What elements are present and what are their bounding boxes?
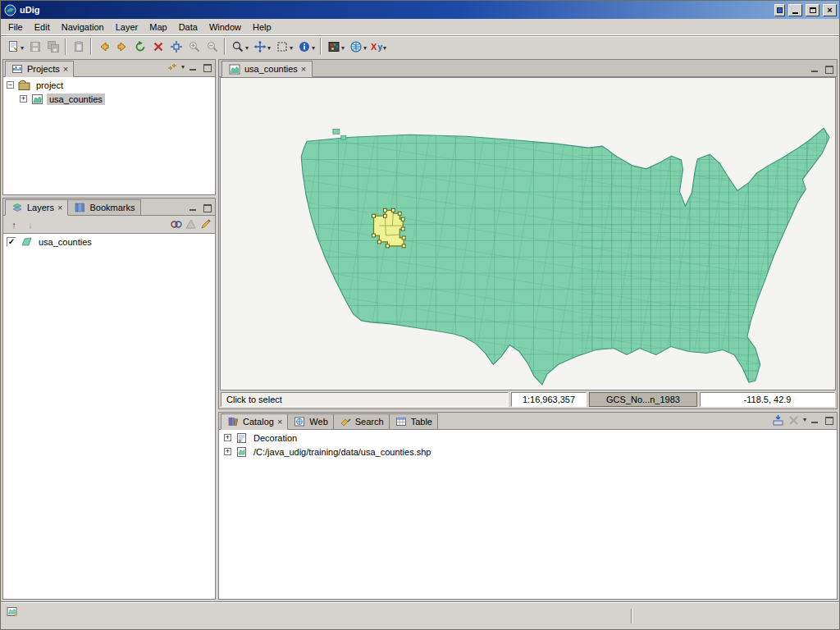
zoom-tool-button[interactable]: ▾ bbox=[229, 38, 250, 56]
layer-label[interactable]: usa_counties bbox=[36, 236, 94, 248]
forward-button[interactable] bbox=[113, 38, 130, 56]
menu-file[interactable]: File bbox=[2, 20, 29, 34]
expand-expander-icon[interactable]: + bbox=[224, 448, 231, 455]
select-tool-button[interactable]: ▾ bbox=[273, 38, 294, 56]
layer-edit-icon[interactable] bbox=[199, 218, 212, 231]
projects-tree: − project + usa_counties bbox=[3, 77, 215, 194]
tree-row-map[interactable]: + usa_counties bbox=[3, 92, 215, 106]
menu-map[interactable]: Map bbox=[144, 20, 172, 34]
tab-projects[interactable]: Projects × bbox=[5, 61, 74, 77]
move-layer-down-button[interactable]: ↓ bbox=[23, 217, 38, 232]
maximize-button[interactable] bbox=[806, 4, 819, 16]
tab-web[interactable]: Web bbox=[288, 413, 333, 430]
select-tool-icon bbox=[275, 40, 289, 54]
tab-bookmarks[interactable]: Bookmarks bbox=[68, 199, 140, 216]
maximize-editor-icon[interactable] bbox=[823, 64, 834, 74]
new-file-icon bbox=[6, 40, 20, 54]
dropdown-arrow-icon[interactable]: ▾ bbox=[363, 42, 367, 52]
menu-navigation[interactable]: Navigation bbox=[56, 20, 110, 34]
catalog-item-label[interactable]: Decoration bbox=[251, 432, 299, 444]
view-menu-icon[interactable]: ▾ bbox=[181, 64, 185, 71]
menu-data[interactable]: Data bbox=[173, 20, 203, 34]
zoom-extent-button[interactable] bbox=[167, 38, 185, 56]
catalog-row-decoration[interactable]: + Decoration bbox=[219, 431, 837, 445]
zoom-in-button[interactable] bbox=[185, 38, 203, 56]
dropdown-arrow-icon[interactable]: ▾ bbox=[267, 42, 271, 52]
map-canvas[interactable] bbox=[220, 77, 836, 390]
expand-expander-icon[interactable]: + bbox=[20, 95, 27, 103]
maximize-view-icon[interactable] bbox=[823, 415, 834, 425]
remove-icon[interactable] bbox=[788, 413, 801, 427]
zoom-out-button[interactable] bbox=[203, 38, 221, 56]
link-with-editor-icon[interactable] bbox=[166, 61, 179, 74]
new-wizard-button[interactable]: ▾ bbox=[4, 38, 25, 56]
close-editor-icon[interactable]: × bbox=[301, 65, 306, 74]
tree-row-project[interactable]: − project bbox=[3, 78, 215, 92]
dropdown-arrow-icon[interactable]: ▾ bbox=[21, 42, 24, 52]
refresh-map-button[interactable] bbox=[131, 38, 148, 56]
tab-table[interactable]: Table bbox=[390, 413, 438, 430]
close-button[interactable]: × bbox=[823, 4, 837, 16]
layer-style-icon[interactable] bbox=[169, 218, 182, 231]
info-tool-icon bbox=[297, 40, 311, 54]
county-polygons bbox=[294, 122, 835, 390]
save-button[interactable] bbox=[26, 38, 43, 56]
project-label[interactable]: project bbox=[34, 80, 66, 91]
save-all-button[interactable] bbox=[44, 38, 62, 56]
menu-layer[interactable]: Layer bbox=[110, 20, 144, 34]
zoom-tool-icon bbox=[231, 40, 244, 54]
tab-search[interactable]: Search bbox=[334, 413, 390, 430]
xy-tool-button[interactable]: X y ▾ bbox=[369, 38, 388, 56]
close-view-icon[interactable]: × bbox=[277, 418, 282, 427]
maximize-view-icon[interactable] bbox=[201, 203, 212, 212]
expand-expander-icon[interactable]: + bbox=[224, 434, 231, 441]
tab-catalog[interactable]: Catalog × bbox=[221, 413, 288, 430]
map-editor: usa_counties × bbox=[218, 59, 838, 409]
style-palette-icon bbox=[326, 40, 340, 54]
system-tray-button[interactable] bbox=[774, 4, 785, 16]
back-button[interactable] bbox=[95, 38, 112, 56]
tab-layers-label: Layers bbox=[27, 203, 54, 212]
view-menu-icon[interactable]: ▾ bbox=[803, 417, 806, 423]
catalog-row-shapefile[interactable]: + /C:/java_udig/training/data/usa_counti… bbox=[219, 445, 837, 459]
paste-button[interactable] bbox=[70, 38, 87, 56]
title-bar[interactable]: uDig × bbox=[1, 1, 839, 19]
tab-layers[interactable]: Layers × bbox=[5, 199, 68, 216]
dropdown-arrow-icon[interactable]: ▾ bbox=[383, 42, 386, 52]
dropdown-arrow-icon[interactable]: ▾ bbox=[245, 42, 249, 52]
crs-tool-button[interactable]: ▾ bbox=[347, 38, 368, 56]
dropdown-arrow-icon[interactable]: ▾ bbox=[341, 42, 345, 52]
layer-row[interactable]: ✓ usa_counties bbox=[3, 235, 215, 249]
scale-field[interactable]: 1:16,963,357 bbox=[511, 392, 587, 407]
pan-tool-button[interactable]: ▾ bbox=[251, 38, 272, 56]
info-tool-button[interactable]: ▾ bbox=[295, 38, 317, 56]
editor-status-icon[interactable] bbox=[6, 605, 19, 619]
layer-visibility-checkbox[interactable]: ✓ bbox=[7, 237, 16, 247]
collapse-expander-icon[interactable]: − bbox=[7, 81, 14, 89]
system-tray-icon bbox=[777, 7, 783, 13]
udig-logo-icon bbox=[3, 3, 16, 16]
import-icon[interactable] bbox=[772, 413, 785, 427]
minimize-view-icon[interactable] bbox=[187, 62, 199, 72]
minimize-view-icon[interactable] bbox=[809, 415, 820, 425]
menu-edit[interactable]: Edit bbox=[29, 20, 56, 34]
crs-button[interactable]: GCS_No...n_1983 bbox=[589, 392, 697, 407]
dropdown-arrow-icon[interactable]: ▾ bbox=[290, 42, 293, 52]
layer-applicability-icon[interactable] bbox=[184, 218, 197, 231]
tab-usa-counties-editor[interactable]: usa_counties × bbox=[221, 61, 313, 77]
menu-help[interactable]: Help bbox=[247, 20, 277, 34]
coordinates-field[interactable]: -118.5, 42.9 bbox=[700, 392, 835, 407]
maximize-view-icon[interactable] bbox=[201, 62, 212, 72]
minimize-editor-icon[interactable] bbox=[809, 64, 820, 74]
menu-window[interactable]: Window bbox=[203, 20, 247, 34]
dropdown-arrow-icon[interactable]: ▾ bbox=[312, 42, 315, 52]
stop-render-button[interactable] bbox=[149, 38, 167, 56]
minimize-view-icon[interactable] bbox=[187, 203, 199, 212]
map-label[interactable]: usa_counties bbox=[47, 94, 105, 105]
style-editor-button[interactable]: ▾ bbox=[325, 38, 346, 56]
move-layer-up-button[interactable]: ↑ bbox=[7, 217, 21, 232]
minimize-button[interactable] bbox=[788, 4, 802, 16]
close-view-icon[interactable]: × bbox=[57, 203, 62, 212]
catalog-item-label[interactable]: /C:/java_udig/training/data/usa_counties… bbox=[251, 446, 433, 458]
close-view-icon[interactable]: × bbox=[63, 65, 68, 74]
